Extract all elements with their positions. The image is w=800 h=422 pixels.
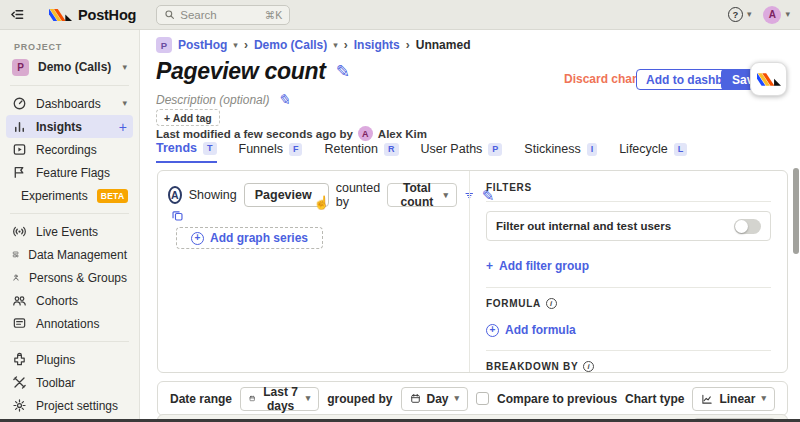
sidebar-item-feature-flags[interactable]: Feature Flags xyxy=(0,161,139,184)
edit-title-icon[interactable]: ✎ xyxy=(336,63,350,80)
tab-retention[interactable]: Retention R xyxy=(324,141,398,163)
breadcrumb-insights[interactable]: Insights xyxy=(354,38,400,52)
calendar-icon xyxy=(249,393,255,404)
shortcut-badge: L xyxy=(674,143,688,156)
chevron-down-icon: ▾ xyxy=(761,394,766,403)
chevron-down-icon: ▾ xyxy=(747,10,752,19)
tab-trends[interactable]: Trends T xyxy=(156,141,217,163)
sidebar-item-data-management[interactable]: Data Management xyxy=(0,243,139,266)
sidebar-item-project-settings[interactable]: Project settings xyxy=(0,394,139,417)
add-graph-series-button[interactable]: + Add graph series xyxy=(176,227,323,249)
database-gear-icon xyxy=(12,247,19,262)
people-icon xyxy=(12,293,27,308)
logo-text: PostHog xyxy=(78,7,136,23)
add-tag-button[interactable]: + Add tag xyxy=(156,109,220,126)
internal-users-toggle[interactable] xyxy=(734,219,761,234)
series-badge[interactable]: A xyxy=(168,186,182,204)
query-builder-card: A Showing Pageview ☝ counted by Total co… xyxy=(157,170,788,373)
copy-series-icon[interactable] xyxy=(171,209,184,222)
help-icon[interactable]: ? xyxy=(728,7,743,22)
grouped-by-label: grouped by xyxy=(327,392,392,406)
formula-heading: FORMULA i xyxy=(486,298,771,309)
modifier-avatar: A xyxy=(358,126,373,141)
breadcrumb-separator: › xyxy=(344,38,348,52)
project-section-label: PROJECT xyxy=(14,42,139,52)
shortcut-badge: F xyxy=(289,143,303,156)
compare-checkbox[interactable] xyxy=(476,392,489,405)
insight-type-tabs: Trends T Funnels F Retention R User Path… xyxy=(156,141,687,163)
tab-funnels[interactable]: Funnels F xyxy=(239,141,303,163)
play-icon xyxy=(12,142,27,157)
filters-pane: FILTERS Filter out internal and test use… xyxy=(469,171,787,372)
plus-circle-icon: + xyxy=(191,232,204,245)
sidebar-item-persons-groups[interactable]: Persons & Groups xyxy=(0,266,139,289)
beta-badge: BETA xyxy=(97,189,129,203)
internal-users-filter-row: Filter out internal and test users xyxy=(486,211,771,241)
gear-icon xyxy=(12,398,27,413)
plus-icon: + xyxy=(486,259,493,273)
calendar-icon xyxy=(410,393,421,404)
chevron-down-icon: ▾ xyxy=(785,10,790,19)
date-range-select[interactable]: Last 7 days ▾ xyxy=(240,387,319,411)
sidebar-item-live-events[interactable]: Live Events xyxy=(0,220,139,243)
tab-user-paths[interactable]: User Paths P xyxy=(421,141,503,163)
org-badge: P xyxy=(156,37,172,53)
live-signal-icon xyxy=(12,224,27,239)
collapse-sidebar-button[interactable] xyxy=(10,7,25,22)
annotation-icon xyxy=(12,316,27,331)
series-pane: A Showing Pageview ☝ counted by Total co… xyxy=(158,171,469,372)
add-formula-button[interactable]: + Add formula xyxy=(486,323,576,337)
sidebar-item-recordings[interactable]: Recordings xyxy=(0,138,139,161)
add-filter-group-button[interactable]: + Add filter group xyxy=(486,259,589,273)
modifier-name: Alex Kim xyxy=(378,128,427,140)
chevron-down-icon: ▾ xyxy=(306,394,311,403)
chevron-down-icon: ▾ xyxy=(122,63,127,72)
project-badge: P xyxy=(12,59,29,76)
sidebar: PROJECT P Demo (Calls) ▾ Dashboards ▾ In… xyxy=(0,30,140,422)
person-icon xyxy=(12,270,20,285)
page-title: Pageview count xyxy=(156,58,326,85)
interval-select[interactable]: Day ▾ xyxy=(401,387,469,411)
shortcut-badge: R xyxy=(384,143,399,156)
sidebar-item-experiments[interactable]: Experiments BETA xyxy=(0,184,139,207)
internal-users-label: Filter out internal and test users xyxy=(496,220,726,232)
tab-stickiness[interactable]: Stickiness I xyxy=(524,141,597,163)
info-icon[interactable]: i xyxy=(583,361,594,372)
insight-controls-bar: Date range Last 7 days ▾ grouped by Day … xyxy=(157,381,788,416)
new-insight-button[interactable]: + xyxy=(119,119,127,135)
sidebar-item-annotations[interactable]: Annotations xyxy=(0,312,139,335)
posthog-logomark xyxy=(49,7,72,23)
chart-type-select[interactable]: Linear ▾ xyxy=(692,387,775,411)
divider xyxy=(486,201,771,202)
event-select-button[interactable]: Pageview ☝ xyxy=(244,183,329,207)
divider xyxy=(10,213,129,214)
compare-label: Compare to previous xyxy=(497,392,617,406)
sidebar-item-cohorts[interactable]: Cohorts xyxy=(0,289,139,312)
shortcut-badge: T xyxy=(203,142,217,155)
edit-description-icon[interactable]: ✎ xyxy=(277,92,290,107)
breadcrumb-org[interactable]: PostHog xyxy=(178,38,227,52)
posthog-logo[interactable]: PostHog xyxy=(49,7,136,23)
sidebar-item-plugins[interactable]: Plugins xyxy=(0,348,139,371)
date-range-label: Date range xyxy=(170,392,232,406)
sidebar-item-insights[interactable]: Insights + xyxy=(6,115,133,138)
posthog-cursor-logomark xyxy=(757,71,781,88)
top-bar: PostHog Search ⌘K ? ▾ A ▾ xyxy=(0,0,800,30)
chevron-down-icon: ▾ xyxy=(233,41,238,50)
info-icon[interactable]: i xyxy=(546,298,557,309)
sidebar-item-toolbar[interactable]: Toolbar xyxy=(0,371,139,394)
cursor-overlay xyxy=(750,62,787,96)
search-input[interactable]: Search ⌘K xyxy=(156,5,290,25)
user-avatar[interactable]: A xyxy=(763,6,781,24)
breadcrumb-current: Unnamed xyxy=(416,38,471,52)
tab-lifecycle[interactable]: Lifecycle L xyxy=(619,141,687,163)
aggregation-select[interactable]: Total count ▾ xyxy=(387,183,457,207)
search-shortcut: ⌘K xyxy=(265,9,283,21)
breadcrumb-project[interactable]: Demo (Calls) xyxy=(254,38,327,52)
sidebar-item-dashboards[interactable]: Dashboards ▾ xyxy=(0,92,139,115)
project-selector[interactable]: P Demo (Calls) ▾ xyxy=(0,55,139,79)
divider xyxy=(486,350,771,351)
last-modified: Last modified a few seconds ago by A Ale… xyxy=(156,126,427,141)
scrollbar[interactable] xyxy=(793,168,799,254)
plus-circle-icon: + xyxy=(486,324,499,337)
